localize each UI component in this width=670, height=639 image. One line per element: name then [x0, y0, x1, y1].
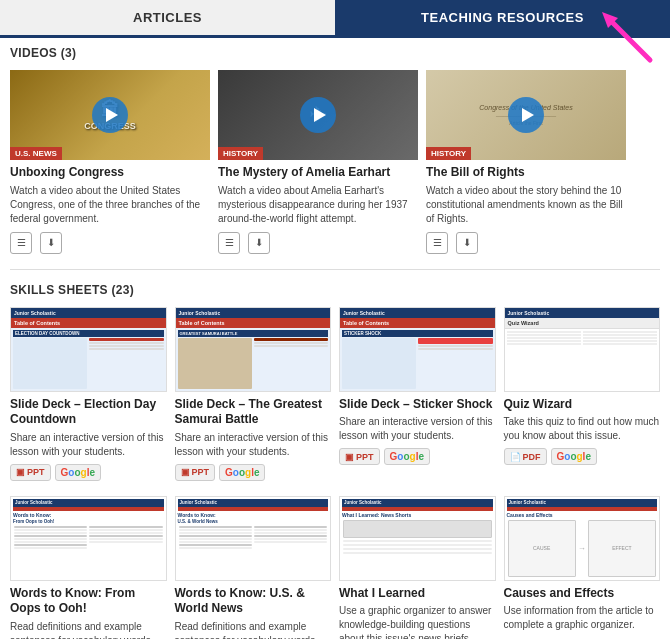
list-icon-congress[interactable]: ☰ [10, 232, 32, 254]
skill-buttons-samurai: ▣ PPT Google [175, 464, 332, 481]
skills-grid: Junior Scholastic Table of Contents ELEC… [0, 302, 670, 491]
skills-section: SKILLS SHEETS (23) Junior Scholastic Tab… [0, 275, 670, 491]
list-icon-billofrights[interactable]: ☰ [426, 232, 448, 254]
ws-thumb-causes-effects[interactable]: Junior Scholastic Causes and Effects CAU… [504, 496, 661, 581]
ws-title-what-learned: What I Learned [339, 586, 496, 602]
ppt-icon-election-day: ▣ [16, 467, 25, 477]
video-label-billofrights: HISTORY [426, 147, 471, 160]
google-button-quiz[interactable]: Google [551, 448, 597, 465]
google-icon-sticker: Google [390, 451, 424, 462]
videos-section: VIDEOS (3) 🏛 CONGRESS U.S. NEWS Unboxing… [0, 38, 670, 264]
ws-desc-ooh: Read definitions and example sentences f… [10, 620, 167, 639]
videos-header: VIDEOS (3) [0, 38, 670, 65]
google-button-samurai[interactable]: Google [219, 464, 265, 481]
ws-desc-causes-effects: Use information from the article to comp… [504, 604, 661, 632]
pdf-button-quiz[interactable]: 📄 PDF [504, 448, 547, 465]
play-button-billofrights[interactable] [508, 97, 544, 133]
video-card-amelia: ✈ HISTORY The Mystery of Amelia Earhart … [218, 70, 418, 254]
ws-title-ooh: Words to Know: From Oops to Ooh! [10, 586, 167, 617]
ws-thumb-ooh[interactable]: Junior Scholastic Words to Know: From Oo… [10, 496, 167, 581]
skill-thumb-sticker[interactable]: Junior Scholastic Table of Contents STIC… [339, 307, 496, 392]
google-button-sticker[interactable]: Google [384, 448, 430, 465]
skill-desc-election-day: Share an interactive version of this les… [10, 431, 167, 459]
ws-title-world-news: Words to Know: U.S. & World News [175, 586, 332, 617]
skill-buttons-election-day: ▣ PPT Google [10, 464, 167, 481]
video-desc-billofrights: Watch a video about the story behind the… [426, 184, 626, 226]
svg-line-0 [610, 20, 650, 60]
video-thumbnail-congress[interactable]: 🏛 CONGRESS U.S. NEWS [10, 70, 210, 160]
skill-title-election-day: Slide Deck – Election Day Countdown [10, 397, 167, 428]
list-icon-amelia[interactable]: ☰ [218, 232, 240, 254]
video-label-amelia: HISTORY [218, 147, 263, 160]
skill-thumb-election-day[interactable]: Junior Scholastic Table of Contents ELEC… [10, 307, 167, 392]
ppt-icon-samurai: ▣ [181, 467, 190, 477]
ppt-button-samurai[interactable]: ▣ PPT [175, 464, 216, 481]
video-title-congress: Unboxing Congress [10, 165, 210, 181]
videos-grid: 🏛 CONGRESS U.S. NEWS Unboxing Congress W… [0, 65, 670, 264]
tabs-bar: ARTICLES TEACHING RESOURCES [0, 0, 670, 38]
video-thumbnail-billofrights[interactable]: Congress of the United States ──────────… [426, 70, 626, 160]
tab-articles[interactable]: ARTICLES [0, 0, 335, 35]
skills-header: SKILLS SHEETS (23) [0, 275, 670, 302]
skill-desc-quiz: Take this quiz to find out how much you … [504, 415, 661, 443]
video-title-billofrights: The Bill of Rights [426, 165, 626, 181]
divider-1 [10, 269, 660, 270]
ws-card-world-news: Junior Scholastic Words to Know: U.S. & … [175, 496, 332, 639]
ws-thumb-what-learned[interactable]: Junior Scholastic What I Learned: News S… [339, 496, 496, 581]
worksheets-grid: Junior Scholastic Words to Know: From Oo… [0, 491, 670, 639]
download-icon-amelia[interactable]: ⬇ [248, 232, 270, 254]
play-button-amelia[interactable] [300, 97, 336, 133]
video-card-billofrights: Congress of the United States ──────────… [426, 70, 626, 254]
ppt-button-election-day[interactable]: ▣ PPT [10, 464, 51, 481]
ws-title-causes-effects: Causes and Effects [504, 586, 661, 602]
video-icons-congress: ☰ ⬇ [10, 232, 210, 254]
skill-title-quiz: Quiz Wizard [504, 397, 661, 413]
skill-card-election-day: Junior Scholastic Table of Contents ELEC… [10, 307, 167, 481]
ws-card-ooh: Junior Scholastic Words to Know: From Oo… [10, 496, 167, 639]
video-thumbnail-amelia[interactable]: ✈ HISTORY [218, 70, 418, 160]
video-desc-amelia: Watch a video about Amelia Earhart's mys… [218, 184, 418, 226]
ppt-icon-sticker: ▣ [345, 452, 354, 462]
ws-card-what-learned: Junior Scholastic What I Learned: News S… [339, 496, 496, 639]
skill-card-quiz: Junior Scholastic Quiz Wizard [504, 307, 661, 481]
skill-thumb-quiz[interactable]: Junior Scholastic Quiz Wizard [504, 307, 661, 392]
skill-card-sticker: Junior Scholastic Table of Contents STIC… [339, 307, 496, 481]
video-icons-amelia: ☰ ⬇ [218, 232, 418, 254]
google-button-election-day[interactable]: Google [55, 464, 101, 481]
skill-title-samurai: Slide Deck – The Greatest Samurai Battle [175, 397, 332, 428]
video-title-amelia: The Mystery of Amelia Earhart [218, 165, 418, 181]
ppt-button-sticker[interactable]: ▣ PPT [339, 448, 380, 465]
ws-desc-world-news: Read definitions and example sentences f… [175, 620, 332, 639]
download-icon-congress[interactable]: ⬇ [40, 232, 62, 254]
google-icon-samurai: Google [225, 467, 259, 478]
play-button-congress[interactable] [92, 97, 128, 133]
skill-thumb-samurai[interactable]: Junior Scholastic Table of Contents GREA… [175, 307, 332, 392]
google-icon-election-day: Google [61, 467, 95, 478]
pdf-icon-quiz: 📄 [510, 452, 521, 462]
video-desc-congress: Watch a video about the United States Co… [10, 184, 210, 226]
download-icon-billofrights[interactable]: ⬇ [456, 232, 478, 254]
ws-thumb-world-news[interactable]: Junior Scholastic Words to Know: U.S. & … [175, 496, 332, 581]
skill-card-samurai: Junior Scholastic Table of Contents GREA… [175, 307, 332, 481]
video-icons-billofrights: ☰ ⬇ [426, 232, 626, 254]
ws-card-causes-effects: Junior Scholastic Causes and Effects CAU… [504, 496, 661, 639]
ws-desc-what-learned: Use a graphic organizer to answer knowle… [339, 604, 496, 639]
skill-desc-sticker: Share an interactive version of this les… [339, 415, 496, 443]
video-card-congress: 🏛 CONGRESS U.S. NEWS Unboxing Congress W… [10, 70, 210, 254]
skill-buttons-sticker: ▣ PPT Google [339, 448, 496, 465]
skill-buttons-quiz: 📄 PDF Google [504, 448, 661, 465]
skill-desc-samurai: Share an interactive version of this les… [175, 431, 332, 459]
video-label-congress: U.S. NEWS [10, 147, 62, 160]
skill-title-sticker: Slide Deck – Sticker Shock [339, 397, 496, 413]
google-icon-quiz: Google [557, 451, 591, 462]
